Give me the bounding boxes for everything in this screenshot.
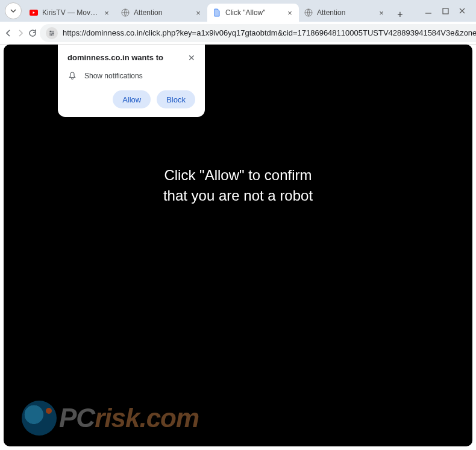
close-window-button[interactable] [458, 7, 466, 15]
search-tabs-button[interactable] [5, 2, 22, 19]
reload-button[interactable] [28, 24, 37, 42]
url-text: https://dominness.co.in/click.php?key=a1… [63, 28, 476, 37]
tab-close-button[interactable]: × [102, 8, 111, 17]
tab-title: Click "Allow" [225, 8, 282, 17]
tab-strip: KirisTV — Movies and S × Attention × Cli… [24, 0, 417, 22]
back-button[interactable] [4, 24, 13, 42]
forward-button[interactable] [16, 24, 25, 42]
tab-0[interactable]: KirisTV — Movies and S × [24, 4, 116, 22]
bell-icon [67, 71, 77, 81]
tune-icon [48, 30, 55, 37]
window-controls [417, 7, 474, 15]
site-info-button[interactable] [46, 27, 58, 39]
svg-point-4 [50, 30, 51, 31]
page-icon [212, 8, 222, 17]
browser-titlebar: KirisTV — Movies and S × Attention × Cli… [0, 0, 476, 22]
svg-point-6 [51, 34, 52, 35]
tab-close-button[interactable]: × [377, 8, 386, 17]
block-button[interactable]: Block [157, 90, 195, 108]
chevron-down-icon [10, 7, 17, 14]
watermark-text: PCrisk.com [59, 403, 199, 433]
minimize-button[interactable] [424, 7, 433, 15]
browser-toolbar: https://dominness.co.in/click.php?key=a1… [0, 22, 476, 45]
tab-2-active[interactable]: Click "Allow" × [207, 4, 299, 22]
youtube-icon [29, 8, 39, 17]
permission-body-text: Show notifications [84, 72, 143, 80]
permission-close-button[interactable]: ✕ [188, 53, 195, 63]
allow-button[interactable]: Allow [113, 90, 151, 108]
globe-icon [121, 8, 130, 17]
permission-title: dominness.co.in wants to [67, 53, 163, 62]
page-message: Click "Allow" to confirm that you are no… [163, 165, 313, 205]
tab-title: KirisTV — Movies and S [42, 8, 99, 17]
maximize-button[interactable] [441, 7, 449, 15]
address-bar[interactable]: https://dominness.co.in/click.php?key=a1… [40, 24, 476, 42]
permission-popup: dominness.co.in wants to ✕ Show notifica… [58, 45, 205, 117]
tab-close-button[interactable]: × [194, 8, 202, 17]
svg-rect-3 [443, 8, 448, 14]
svg-point-5 [52, 32, 54, 33]
page-content: Click "Allow" to confirm that you are no… [4, 45, 472, 446]
tab-1[interactable]: Attention × [116, 4, 207, 22]
tab-close-button[interactable]: × [286, 8, 294, 17]
tab-title: Attention [134, 8, 190, 17]
tab-3[interactable]: Attention × [299, 4, 390, 22]
watermark: PCrisk.com [22, 401, 199, 436]
tab-title: Attention [317, 8, 374, 17]
globe-icon [304, 8, 313, 17]
new-tab-button[interactable]: + [393, 7, 407, 22]
watermark-logo-icon [22, 401, 57, 436]
